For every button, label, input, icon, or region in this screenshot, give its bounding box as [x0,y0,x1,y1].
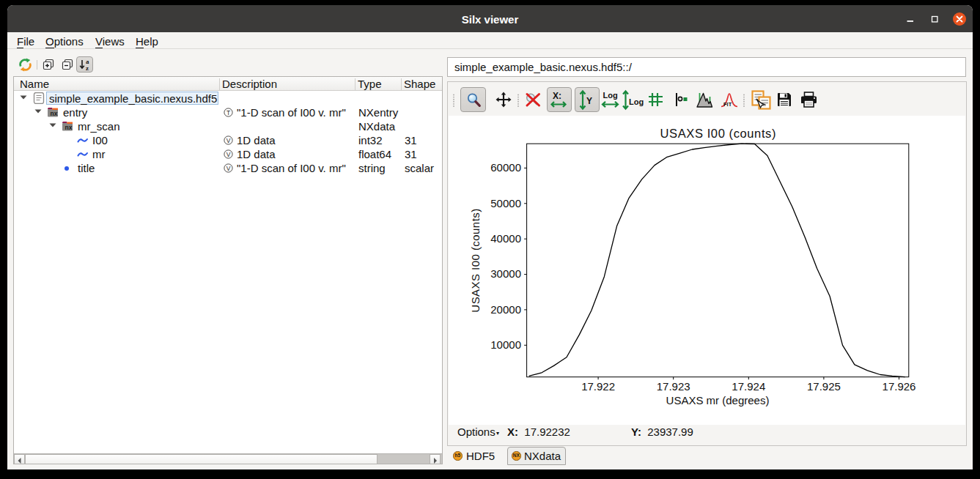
svg-text:17.924: 17.924 [732,380,765,393]
svg-text:z: z [86,64,89,72]
svg-text:USAXS mr (degrees): USAXS mr (degrees) [666,394,770,406]
svg-text:FIT: FIT [723,101,732,108]
svg-text:Log: Log [603,91,618,100]
svg-text:40000: 40000 [490,232,521,245]
svg-text:17.923: 17.923 [657,380,690,393]
svg-text:X:: X: [553,91,561,101]
svg-text:nx: nx [51,109,58,116]
svg-text:Y: Y [586,96,592,106]
svg-text:10000: 10000 [490,338,521,351]
svg-text:50000: 50000 [490,197,521,209]
svg-text:30000: 30000 [490,267,521,280]
svg-text:17.922: 17.922 [581,380,615,393]
svg-text:17.926: 17.926 [883,380,916,393]
svg-text:V: V [226,164,231,171]
svg-text:V: V [226,150,231,157]
svg-text:nx: nx [65,123,73,130]
svg-text:60000: 60000 [490,161,521,174]
svg-text:17.925: 17.925 [807,380,841,393]
svg-text:20000: 20000 [490,303,521,316]
svg-text:USAXS I00 (counts): USAXS I00 (counts) [469,208,482,312]
svg-text:Log: Log [629,97,644,106]
svg-text:T: T [226,108,230,116]
svg-text:USAXS I00 (counts): USAXS I00 (counts) [660,127,776,140]
svg-text:V: V [226,136,231,144]
